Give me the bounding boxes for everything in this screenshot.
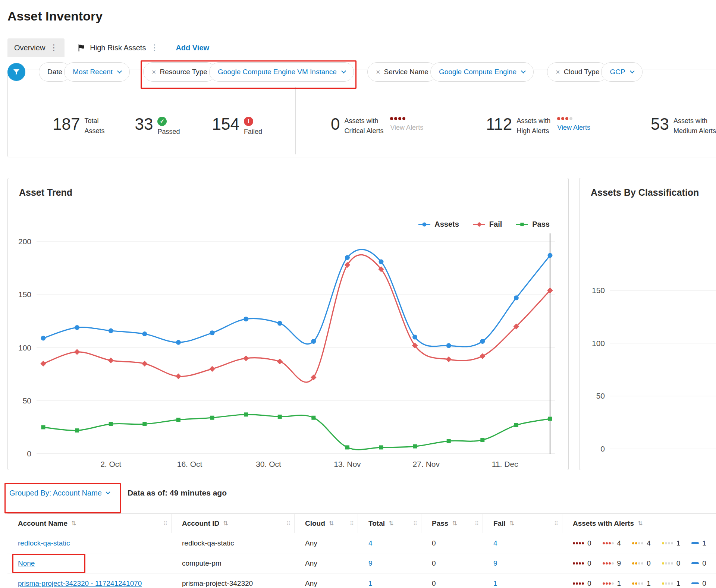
filter-bar: Date Most Recent × Resource Type Google … xyxy=(7,62,716,82)
legend-assets[interactable]: Assets xyxy=(418,220,459,229)
sort-icon[interactable]: ⇅ xyxy=(223,520,228,527)
drag-handle-icon[interactable]: ⠿ xyxy=(286,520,291,527)
fail-link[interactable]: 4 xyxy=(493,539,497,547)
filter-cloud-type-value-dropdown[interactable]: GCP xyxy=(601,62,642,82)
tab-overview-menu-icon[interactable]: ⋮ xyxy=(50,44,58,52)
medium-alert-count[interactable]: 1 xyxy=(632,579,651,588)
legend-pass[interactable]: Pass xyxy=(515,220,550,229)
close-icon[interactable]: × xyxy=(376,68,380,76)
account-name-link[interactable]: None xyxy=(18,559,35,567)
column-header-cloud[interactable]: Cloud ⇅ ⠿ xyxy=(295,514,358,533)
column-header-pass[interactable]: Pass ⇅ ⠿ xyxy=(421,514,483,533)
charts-row: Asset Trend AssetsFailPass 0501001502002… xyxy=(7,178,716,470)
filter-resource-type-value-dropdown[interactable]: Google Compute Engine VM Instance xyxy=(209,62,354,82)
column-header-fail[interactable]: Fail ⇅ ⠿ xyxy=(483,514,562,533)
stats-panel: 187 Total Assets 33 ✓ Passed 154 ! Faile… xyxy=(7,69,716,157)
column-header-label: Pass xyxy=(432,519,448,528)
sort-icon[interactable]: ⇅ xyxy=(509,520,514,527)
pass-value: 0 xyxy=(432,579,436,588)
info-alert-count[interactable]: 0 xyxy=(691,559,706,567)
svg-text:27. Nov: 27. Nov xyxy=(413,460,440,468)
column-header-assets-with-alerts[interactable]: Assets with Alerts ⇅ ⠿ xyxy=(562,514,716,533)
account-name-cell: prisma-project-342320 - 117241241070 xyxy=(7,573,172,588)
drag-handle-icon[interactable]: ⠿ xyxy=(475,520,479,527)
high-alert-count[interactable]: 9 xyxy=(603,559,621,567)
medium-alert-count[interactable]: 0 xyxy=(632,559,651,567)
tab-high-risk-menu-icon[interactable]: ⋮ xyxy=(150,44,158,52)
check-circle-icon: ✓ xyxy=(157,117,167,126)
column-header-label: Account ID xyxy=(182,519,219,528)
high-alerts-label-2: High Alerts xyxy=(516,127,550,135)
low-alert-count[interactable]: 1 xyxy=(662,539,681,547)
total-link[interactable]: 1 xyxy=(368,579,373,588)
view-critical-alerts-link: View Alerts xyxy=(390,124,423,132)
svg-text:200: 200 xyxy=(18,237,31,246)
svg-text:0: 0 xyxy=(600,444,605,453)
close-icon[interactable]: × xyxy=(152,68,156,76)
svg-text:13. Nov: 13. Nov xyxy=(334,460,361,468)
legend-label: Fail xyxy=(489,220,502,229)
add-view-button[interactable]: Add View xyxy=(176,44,209,52)
account-name-link[interactable]: redlock-qa-static xyxy=(18,539,70,547)
critical-alert-count[interactable]: 0 xyxy=(573,579,591,588)
filter-date-value-dropdown[interactable]: Most Recent xyxy=(64,62,130,82)
total-link[interactable]: 9 xyxy=(368,559,373,567)
account-id-value: redlock-qa-static xyxy=(182,539,234,547)
sort-icon[interactable]: ⇅ xyxy=(329,520,334,527)
medium-alerts-label-1: Assets with xyxy=(673,117,716,125)
filter-service-name-value-dropdown[interactable]: Google Compute Engine xyxy=(430,62,534,82)
sort-icon[interactable]: ⇅ xyxy=(71,520,76,527)
stat-failed: 154 ! Failed xyxy=(212,116,262,136)
view-high-alerts-link[interactable]: View Alerts xyxy=(557,124,590,132)
info-alert-count[interactable]: 0 xyxy=(691,579,706,588)
filter-resource-type-wrap: × Resource Type Google Compute Engine VM… xyxy=(143,62,354,82)
fail-link[interactable]: 9 xyxy=(493,559,497,567)
stat-total-assets: 187 Total Assets xyxy=(53,116,104,135)
classification-panel: Assets By Classification 050100150 xyxy=(579,178,716,470)
grouped-by-label: Grouped By: Account Name xyxy=(9,489,102,497)
asset-trend-title: Asset Trend xyxy=(8,178,568,207)
critical-alerts-label-1: Assets with xyxy=(344,117,383,125)
sort-icon[interactable]: ⇅ xyxy=(389,520,393,527)
critical-alert-count[interactable]: 0 xyxy=(573,539,591,547)
tab-high-risk-assets[interactable]: High Risk Assets ⋮ xyxy=(70,38,165,57)
account-name-link[interactable]: prisma-project-342320 - 117241241070 xyxy=(18,579,142,588)
critical-alert-count[interactable]: 0 xyxy=(573,559,591,567)
medium-severity-icon xyxy=(632,542,643,544)
passed-value: 33 xyxy=(135,116,153,132)
info-alert-count[interactable]: 1 xyxy=(691,539,706,547)
svg-text:150: 150 xyxy=(18,290,31,299)
drag-handle-icon[interactable]: ⠿ xyxy=(163,520,167,527)
medium-alerts-value: 53 xyxy=(651,116,669,132)
drag-handle-icon[interactable]: ⠿ xyxy=(554,520,558,527)
account-id-value: prisma-project-342320 xyxy=(182,579,253,588)
column-header-account-name[interactable]: Account Name ⇅ ⠿ xyxy=(7,514,172,533)
high-severity-icon xyxy=(557,117,572,120)
medium-alert-count[interactable]: 4 xyxy=(632,539,651,547)
high-alert-count[interactable]: 4 xyxy=(603,539,621,547)
assets-with-alerts-cell: 04411 xyxy=(562,533,716,553)
sort-icon[interactable]: ⇅ xyxy=(638,520,643,527)
column-header-total[interactable]: Total ⇅ ⠿ xyxy=(358,514,421,533)
legend-fail[interactable]: Fail xyxy=(472,220,502,229)
sort-icon[interactable]: ⇅ xyxy=(452,520,457,527)
total-link[interactable]: 4 xyxy=(368,539,373,547)
low-alert-count[interactable]: 1 xyxy=(662,579,681,588)
column-header-account-id[interactable]: Account ID ⇅ ⠿ xyxy=(172,514,295,533)
stat-critical-alerts: 0 Assets with Critical Alerts View Alert… xyxy=(331,116,423,135)
tab-overview[interactable]: Overview ⋮ xyxy=(7,38,65,57)
high-alert-count[interactable]: 1 xyxy=(603,579,621,588)
filter-icon[interactable] xyxy=(7,63,25,81)
filter-resource-type-value: Google Compute Engine VM Instance xyxy=(218,68,337,76)
close-icon[interactable]: × xyxy=(556,68,560,76)
drag-handle-icon[interactable]: ⠿ xyxy=(413,520,417,527)
fail-link[interactable]: 1 xyxy=(493,579,497,588)
low-alert-count[interactable]: 0 xyxy=(662,559,681,567)
drag-handle-icon[interactable]: ⠿ xyxy=(350,520,354,527)
filter-service-name-label: × Service Name xyxy=(367,62,437,82)
fail-cell: 9 xyxy=(483,553,562,573)
stat-high-alerts: 112 Assets with High Alerts View Alerts xyxy=(486,116,590,135)
alert-count-value: 0 xyxy=(647,559,651,567)
grouped-by-dropdown[interactable]: Grouped By: Account Name xyxy=(9,489,110,497)
filter-resource-type-label-text: Resource Type xyxy=(160,68,207,76)
